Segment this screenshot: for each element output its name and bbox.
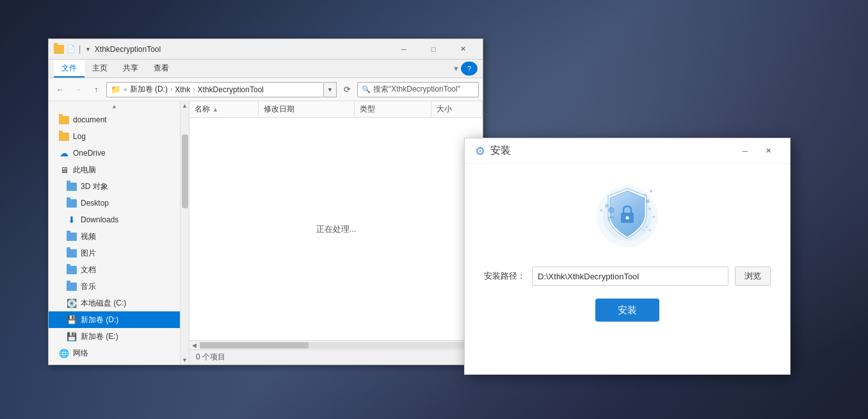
svg-text:★: ★ [652,215,655,219]
maximize-button[interactable]: □ [419,39,448,60]
sidebar-item-computer[interactable]: 🖥 此电脑 [49,161,180,178]
sidebar-scrollbar[interactable]: ▲ ▼ [180,101,189,365]
folder-3d-icon [67,181,77,192]
sidebar-item-drive-e[interactable]: 💾 新加卷 (E:) [49,328,180,345]
bottom-scrollbar[interactable]: ◀ ▶ [189,340,483,349]
ribbon-tabs: 文件 主页 共享 查看 ▼ ? [49,60,483,78]
search-icon: 🔍 [362,85,371,94]
address-chevron[interactable]: ▼ [324,82,337,97]
search-box[interactable]: 🔍 搜索"XthkDecryptionTool" [357,82,479,97]
col-header-type[interactable]: 类型 [355,101,431,117]
file-explorer-window: 📄 │ ▼ XthkDecryptionTool ─ □ ✕ 文件 主页 共享 … [48,38,483,365]
sidebar-item-drive-c[interactable]: 💽 本地磁盘 (C:) [49,295,180,311]
sidebar-item-video[interactable]: 视频 [49,228,180,245]
scroll-up-btn[interactable]: ▲ [181,101,189,110]
dialog-close-button[interactable]: ✕ [757,142,780,160]
sidebar-item-music[interactable]: 音乐 [49,278,180,295]
folder-video-icon [67,231,77,242]
col-header-date[interactable]: 修改日期 [259,101,355,117]
sidebar-item-drive-d[interactable]: 💾 新加卷 (D:) [49,311,180,328]
dialog-title: 安装 [490,144,728,158]
title-bar: 📄 │ ▼ XthkDecryptionTool ─ □ ✕ [49,39,483,60]
file-list-header: 名称 ▲ 修改日期 类型 大小 [189,101,483,118]
sidebar-item-downloads[interactable]: ⬇ Downloads [49,211,180,228]
svg-point-5 [648,208,651,210]
tab-view[interactable]: 查看 [146,60,177,78]
sidebar-item-network[interactable]: 🌐 网络 [49,345,180,361]
quick-access-icon: 📄 [67,45,76,53]
sidebar-item-docs[interactable]: 文档 [49,261,180,278]
address-bar: ← → ↑ 📁 « 新加卷 (D:) › Xthk › XthkDecrypti… [49,78,483,101]
back-button[interactable]: ← [52,82,68,97]
folder-desktop-icon [67,198,77,208]
minimize-button[interactable]: ─ [389,39,419,60]
col-header-name[interactable]: 名称 ▲ [189,101,259,117]
h-scroll-track[interactable] [200,342,472,349]
sidebar-item-onedrive[interactable]: ☁ OneDrive [49,145,180,161]
scroll-left-btn[interactable]: ◀ [189,341,198,349]
dropdown-icon: ▼ [85,46,91,53]
svg-text:✦: ✦ [648,188,654,195]
sidebar-item-pictures[interactable]: 图片 [49,245,180,261]
sidebar-item-log[interactable]: Log [49,128,180,145]
sidebar-item-desktop[interactable]: Desktop [49,195,180,211]
svg-point-7 [605,204,609,208]
address-path[interactable]: 📁 « 新加卷 (D:) › Xthk › XthkDecryptionTool [106,82,324,97]
network-icon: 🌐 [59,348,69,358]
refresh-button[interactable]: ⟳ [339,82,355,97]
scroll-track[interactable] [181,110,189,356]
svg-point-12 [608,207,615,213]
install-button[interactable]: 安装 [595,299,659,322]
title-bar-icons: 📄 │ ▼ [54,45,91,54]
ribbon: 文件 主页 共享 查看 ▼ ? [49,60,483,78]
forward-button[interactable]: → [70,82,86,97]
onedrive-icon: ☁ [59,148,69,158]
sidebar-item-document[interactable]: document [49,111,180,128]
ribbon-expand-icon[interactable]: ▼ [453,65,460,72]
sidebar: ▲ document Log ☁ [49,101,180,365]
tab-home[interactable]: 主页 [84,60,115,78]
install-path-input[interactable] [532,267,728,286]
scroll-down-btn[interactable]: ▼ [181,356,189,365]
svg-point-8 [608,219,611,222]
sort-arrow: ▲ [213,106,218,113]
dialog-gear-icon: ⚙ [475,144,485,158]
scroll-up-arrow[interactable]: ▲ [49,101,180,111]
pin-icon: │ [78,45,83,53]
status-text: 0 个项目 [196,352,225,363]
tab-file[interactable]: 文件 [54,60,84,78]
install-path-label: 安装路径： [484,270,526,282]
main-area: ▲ document Log ☁ [49,101,483,365]
install-path-row: 安装路径： 浏览 [484,267,771,286]
path-folder-icon: 📁 [111,85,121,94]
file-list-content: 正在处理... [189,118,483,340]
scroll-thumb[interactable] [182,135,188,208]
folder-yellow-icon [59,115,69,125]
drive-d-icon: 💾 [67,315,77,325]
tab-share[interactable]: 共享 [115,60,146,78]
search-input[interactable]: 搜索"XthkDecryptionTool" [373,84,474,95]
drive-c-icon: 💽 [67,298,77,308]
dialog-minimize-button[interactable]: ─ [734,142,757,160]
browse-button[interactable]: 浏览 [735,267,771,286]
computer-icon: 🖥 [59,165,69,175]
processing-text: 正在处理... [316,224,357,235]
folder-docs-icon [67,265,77,275]
window-controls: ─ □ ✕ [389,39,478,60]
dialog-body: ✦ ✦ ★ 安装路径： [465,164,790,374]
install-dialog: ⚙ 安装 ─ ✕ [464,138,791,375]
sidebar-item-3d[interactable]: 3D 对象 [49,178,180,195]
col-header-size[interactable]: 大小 [431,101,483,117]
up-button[interactable]: ↑ [88,82,104,97]
dialog-title-bar: ⚙ 安装 ─ ✕ [465,138,790,164]
scroll-down-arrow[interactable]: ▼ [49,361,180,365]
status-bar: 0 个项目 [189,349,483,365]
folder-yellow-icon-2 [59,131,69,142]
sidebar-container: ▲ document Log ☁ [49,101,189,365]
folder-icon [54,45,64,54]
close-button[interactable]: ✕ [448,39,478,60]
help-button[interactable]: ? [461,62,478,76]
folder-pictures-icon [67,248,77,258]
folder-download-icon: ⬇ [67,215,77,225]
h-scroll-thumb[interactable] [200,342,309,349]
